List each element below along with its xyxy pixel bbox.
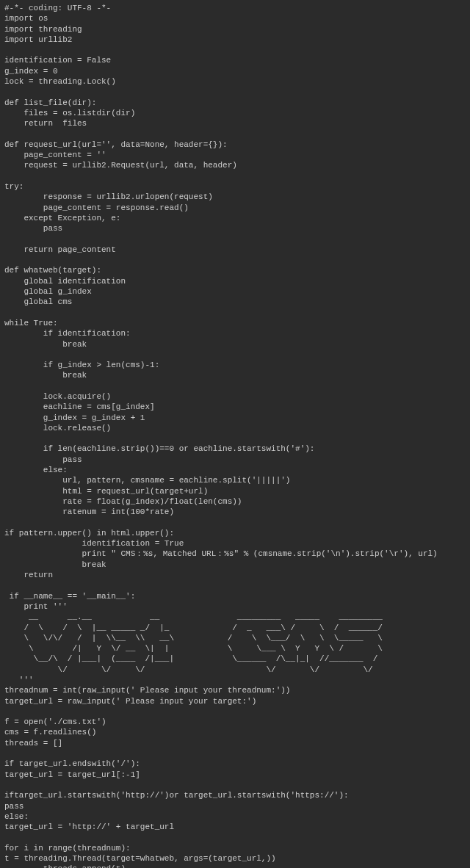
code-page: #-*- coding: UTF-8 -*- import os import …: [0, 0, 470, 868]
code-block-bottom: ''' threadnum = int(raw_input(' Please i…: [4, 675, 466, 868]
ascii-art-banner: __ __.__ __ _________ _____ _________ / …: [4, 612, 466, 675]
code-block-top: #-*- coding: UTF-8 -*- import os import …: [4, 3, 466, 612]
